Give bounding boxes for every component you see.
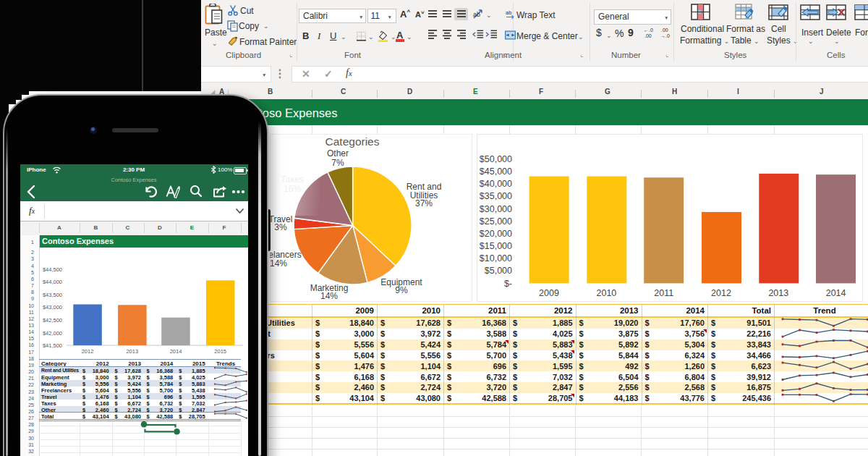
svg-text:2010: 2010 xyxy=(596,288,616,298)
svg-text:37%: 37% xyxy=(415,198,433,208)
svg-text:14%: 14% xyxy=(320,291,338,300)
svg-text:.00: .00 xyxy=(661,28,668,33)
svg-text:$50,000: $50,000 xyxy=(480,154,512,164)
svg-text:$45,000: $45,000 xyxy=(480,166,512,177)
svg-text:$44,500: $44,500 xyxy=(43,266,62,272)
svg-text:2012: 2012 xyxy=(711,288,731,298)
svg-text:$40,000: $40,000 xyxy=(480,179,512,189)
svg-text:$5,000: $5,000 xyxy=(485,266,512,276)
svg-text:$44,000: $44,000 xyxy=(43,279,62,285)
svg-text:Categories: Categories xyxy=(326,135,380,148)
svg-text:2013: 2013 xyxy=(126,348,138,355)
svg-text:$42,500: $42,500 xyxy=(43,317,62,324)
svg-text:$35,000: $35,000 xyxy=(480,191,512,201)
svg-text:3%: 3% xyxy=(274,222,287,232)
svg-text:$20,000: $20,000 xyxy=(480,229,512,239)
svg-text:2014: 2014 xyxy=(170,348,182,355)
svg-text:$25,000: $25,000 xyxy=(480,216,512,227)
svg-text:14%: 14% xyxy=(270,258,287,269)
svg-text:2009: 2009 xyxy=(539,288,559,298)
svg-text:←.0: ←.0 xyxy=(644,28,653,33)
svg-text:$42,000: $42,000 xyxy=(43,329,62,336)
svg-text:2014: 2014 xyxy=(826,288,846,298)
svg-text:$15,000: $15,000 xyxy=(480,241,512,251)
svg-text:$10,000: $10,000 xyxy=(480,253,512,263)
svg-text:$43,500: $43,500 xyxy=(43,291,62,297)
svg-text:.00: .00 xyxy=(644,33,652,38)
svg-text:2015: 2015 xyxy=(214,348,226,355)
svg-text:$41,500: $41,500 xyxy=(43,342,62,349)
svg-text:2013: 2013 xyxy=(768,288,788,298)
svg-text:$30,000: $30,000 xyxy=(480,204,512,214)
svg-text:$-: $- xyxy=(504,279,512,289)
svg-text:9%: 9% xyxy=(395,285,408,295)
svg-text:2011: 2011 xyxy=(654,288,673,298)
svg-text:2012: 2012 xyxy=(82,348,94,355)
svg-text:ab: ab xyxy=(473,11,480,18)
svg-text:→.0: →.0 xyxy=(660,33,670,38)
svg-text:$43,000: $43,000 xyxy=(43,304,62,311)
svg-text:ab: ab xyxy=(506,9,511,16)
